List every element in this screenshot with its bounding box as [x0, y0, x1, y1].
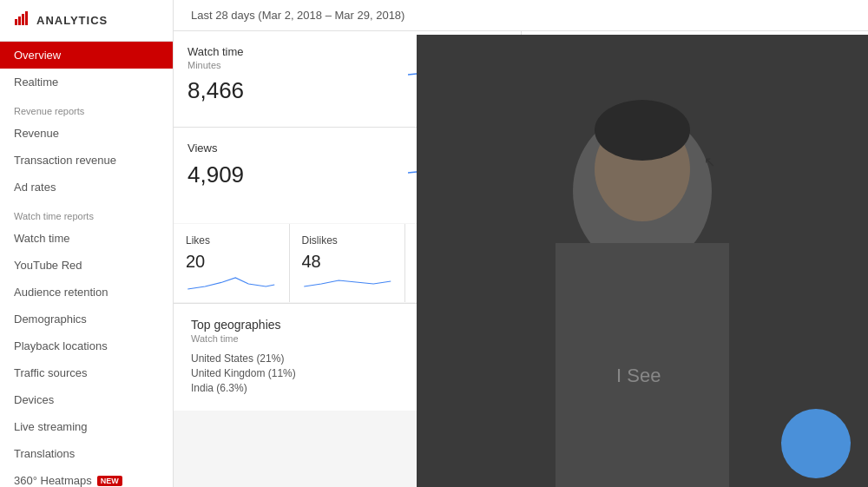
subscribers-card: Subscribers -58: [753, 224, 869, 302]
svg-rect-3: [25, 11, 28, 25]
sidebar-item-ad-rates[interactable]: Ad rates: [0, 174, 173, 201]
geo-section: Top geographies Watch time United States…: [174, 303, 868, 411]
comments-card: Comments 84: [405, 224, 521, 302]
sidebar-item-audience-retention[interactable]: Audience retention: [0, 279, 173, 306]
sidebar-item-watch-time[interactable]: Watch time: [0, 225, 173, 252]
svg-rect-2: [22, 14, 24, 25]
views-card: Views 4,909: [174, 128, 521, 223]
main-content: Last 28 days (Mar 2, 2018 – Mar 29, 2018…: [174, 0, 868, 487]
shares-card: Shares 21: [522, 224, 637, 302]
small-stats-row: Likes 20 Dislikes 48 Comments 84: [174, 224, 868, 302]
sidebar-title: ANALYTICS: [36, 14, 108, 27]
analytics-logo-icon: [14, 10, 30, 30]
subscribers-label: Subscribers: [766, 234, 857, 247]
geo-title: Top geographies: [191, 318, 851, 332]
subscribers-sparkline: [762, 265, 860, 295]
blue-circle-avatar: [781, 409, 851, 478]
likes-label: Likes: [186, 234, 277, 247]
comments-sparkline: [414, 265, 512, 295]
dislikes-label: Dislikes: [302, 234, 393, 247]
sidebar-item-transaction-revenue[interactable]: Transaction revenue: [0, 147, 173, 174]
geo-item-1: United Kingdom (11%): [191, 367, 851, 379]
avg-view-duration-card: Average view duration Minutes 1:43: [522, 31, 869, 127]
sidebar-item-overview[interactable]: Overview: [0, 42, 173, 69]
sidebar-item-realtime[interactable]: Realtime: [0, 69, 173, 95]
avg-view-duration-sparkline: [755, 40, 859, 92]
sidebar-item-devices[interactable]: Devices: [0, 386, 173, 413]
comments-label: Comments: [418, 234, 509, 247]
videos-in-playlists-card: Videos in playlists 15: [637, 224, 753, 302]
videos-in-playlists-label: Videos in playlists: [649, 234, 740, 247]
date-range-text: Last 28 days (Mar 2, 2018 – Mar 29, 2018…: [191, 9, 404, 22]
estimated-revenue-card: Your estimated revenue $1.55 ↖: [522, 128, 869, 223]
sidebar-item-traffic-sources[interactable]: Traffic sources: [0, 359, 173, 386]
watch-time-sparkline: [408, 40, 512, 92]
sidebar-item-playback-locations[interactable]: Playback locations: [0, 332, 173, 359]
date-range-header: Last 28 days (Mar 2, 2018 – Mar 29, 2018…: [174, 0, 868, 31]
sidebar-item-demographics[interactable]: Demographics: [0, 306, 173, 332]
sidebar-item-live-streaming[interactable]: Live streaming: [0, 413, 173, 440]
videos-in-playlists-sparkline: [646, 265, 744, 295]
geo-sublabel: Watch time: [191, 333, 851, 344]
shares-label: Shares: [534, 234, 625, 247]
sidebar: ANALYTICS Overview Realtime Revenue repo…: [0, 0, 174, 487]
likes-sparkline: [182, 265, 280, 295]
sidebar-section-revenue: Revenue reports: [0, 95, 173, 120]
views-sparkline: [408, 136, 512, 188]
sidebar-item-youtube-red[interactable]: YouTube Red: [0, 252, 173, 279]
dislikes-card: Dislikes 48: [290, 224, 405, 302]
geo-item-2: India (6.3%): [191, 382, 851, 394]
new-badge: NEW: [97, 476, 122, 486]
sidebar-item-360-heatmaps[interactable]: 360° Heatmaps NEW: [0, 467, 173, 487]
estimated-revenue-sparkline: [755, 136, 859, 188]
svg-rect-1: [18, 16, 21, 25]
geo-item-0: United States (21%): [191, 352, 851, 365]
main-stats-grid: Watch time Minutes 8,466 Average view du…: [174, 31, 868, 223]
sidebar-item-translations[interactable]: Translations: [0, 440, 173, 467]
sidebar-item-revenue[interactable]: Revenue: [0, 120, 173, 147]
sidebar-section-watchtime: Watch time reports: [0, 201, 173, 225]
dislikes-sparkline: [299, 265, 397, 295]
sidebar-header: ANALYTICS: [0, 0, 173, 42]
shares-sparkline: [530, 265, 628, 295]
watch-time-card: Watch time Minutes 8,466: [174, 31, 521, 127]
svg-rect-0: [15, 19, 17, 25]
likes-card: Likes 20: [174, 224, 289, 302]
